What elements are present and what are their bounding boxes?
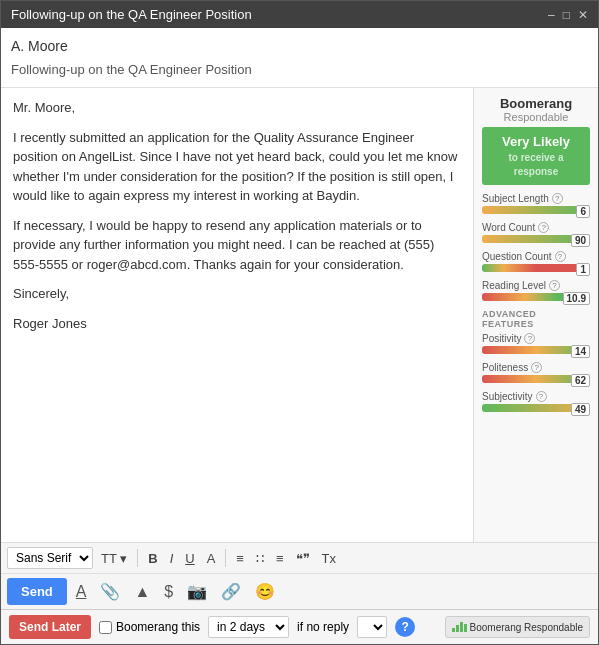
metric-politeness: Politeness ? 62: [482, 362, 590, 383]
boomerang-check: Boomerang this: [99, 620, 200, 634]
window-title: Following-up on the QA Engineer Position: [11, 7, 252, 22]
if-no-reply-label: if no reply: [297, 620, 349, 634]
email-body[interactable]: Mr. Moore, I recently submitted an appli…: [1, 88, 473, 542]
politeness-text: Politeness: [482, 362, 528, 373]
quote-button[interactable]: ❝❞: [292, 549, 314, 568]
minimize-button[interactable]: –: [548, 8, 555, 22]
emoji-button[interactable]: 😊: [250, 580, 280, 603]
word-count-value: 90: [571, 234, 590, 247]
likelihood-badge: Very Likely to receive a response: [482, 127, 590, 185]
subjectivity-help[interactable]: ?: [536, 391, 547, 402]
positivity-value: 14: [571, 345, 590, 358]
metric-label-question-count: Question Count ?: [482, 251, 590, 262]
subjectivity-bar-wrapper: 49: [482, 404, 590, 412]
subject-length-help[interactable]: ?: [552, 193, 563, 204]
bold-button[interactable]: B: [144, 549, 161, 568]
boomerang-label: Boomerang this: [116, 620, 200, 634]
reading-level-help[interactable]: ?: [549, 280, 560, 291]
italic-button[interactable]: I: [166, 549, 178, 568]
text-color-button[interactable]: A: [203, 549, 220, 568]
subject-length-bar-wrapper: 6: [482, 206, 590, 214]
clear-format-button[interactable]: Tx: [318, 549, 340, 568]
bar-3: [460, 622, 463, 632]
body-paragraph-4: Sincerely,: [13, 284, 461, 304]
title-bar: Following-up on the QA Engineer Position…: [1, 1, 598, 28]
to-field[interactable]: A. Moore: [11, 34, 588, 58]
body-paragraph-5: Roger Jones: [13, 314, 461, 334]
boomerang-respondable-button[interactable]: Boomerang Respondable: [445, 616, 590, 638]
reading-level-bar-wrapper: 10.9: [482, 293, 590, 301]
bar-1: [452, 628, 455, 632]
toolbar-row1: Sans Serif TT ▾ B I U A ≡ ∷ ≡ ❝❞ Tx: [1, 543, 598, 574]
help-button[interactable]: ?: [395, 617, 415, 637]
bar-2: [456, 625, 459, 632]
maximize-button[interactable]: □: [563, 8, 570, 22]
font-selector[interactable]: Sans Serif: [7, 547, 93, 569]
metric-subject-length: Subject Length ? 6: [482, 193, 590, 214]
drive-button[interactable]: ▲: [129, 581, 155, 603]
question-count-value: 1: [576, 263, 590, 276]
toolbar-area: Sans Serif TT ▾ B I U A ≡ ∷ ≡ ❝❞ Tx Send…: [1, 542, 598, 609]
separator-1: [137, 549, 138, 567]
font-size-button[interactable]: TT ▾: [97, 549, 131, 568]
brand-sub: Respondable: [482, 111, 590, 123]
metric-label-politeness: Politeness ?: [482, 362, 590, 373]
positivity-text: Positivity: [482, 333, 521, 344]
metric-reading-level: Reading Level ? 10.9: [482, 280, 590, 301]
question-count-text: Question Count: [482, 251, 552, 262]
politeness-help[interactable]: ?: [531, 362, 542, 373]
politeness-bar-wrapper: 62: [482, 375, 590, 383]
attachment-button[interactable]: 📎: [95, 580, 125, 603]
link-button[interactable]: 🔗: [216, 580, 246, 603]
politeness-value: 62: [571, 374, 590, 387]
mini-chart: [452, 620, 467, 632]
body-paragraph-3: If necessary, I would be happy to resend…: [13, 216, 461, 275]
advanced-section-title: ADVANCED FEATURES: [482, 309, 590, 329]
window-controls: – □ ✕: [548, 8, 588, 22]
likelihood-main: Very Likely: [486, 133, 586, 151]
metric-label-word-count: Word Count ?: [482, 222, 590, 233]
bar-4: [464, 624, 467, 632]
list-ul-button[interactable]: ≡: [272, 549, 288, 568]
word-count-text: Word Count: [482, 222, 535, 233]
bottom-bar: Send Later Boomerang this in 2 days in 1…: [1, 609, 598, 644]
question-count-bar-wrapper: 1: [482, 264, 590, 272]
metric-question-count: Question Count ? 1: [482, 251, 590, 272]
subjectivity-value: 49: [571, 403, 590, 416]
metric-positivity: Positivity ? 14: [482, 333, 590, 354]
metric-label-reading-level: Reading Level ?: [482, 280, 590, 291]
chart-mini-icon: [452, 620, 467, 634]
separator-2: [225, 549, 226, 567]
question-count-help[interactable]: ?: [555, 251, 566, 262]
send-button[interactable]: Send: [7, 578, 67, 605]
likelihood-sub: to receive a response: [486, 151, 586, 179]
metric-subjectivity: Subjectivity ? 49: [482, 391, 590, 412]
positivity-help[interactable]: ?: [524, 333, 535, 344]
reading-level-value: 10.9: [563, 292, 590, 305]
days-select[interactable]: in 2 days in 1 day in 3 days in 1 week: [208, 616, 289, 638]
metric-word-count: Word Count ? 90: [482, 222, 590, 243]
brand-name: Boomerang: [482, 96, 590, 111]
toolbar-row2: Send A 📎 ▲ $ 📷 🔗 😊: [1, 574, 598, 609]
money-button[interactable]: $: [159, 581, 178, 603]
send-later-button[interactable]: Send Later: [9, 615, 91, 639]
subject-length-value: 6: [576, 205, 590, 218]
photo-button[interactable]: 📷: [182, 580, 212, 603]
close-button[interactable]: ✕: [578, 8, 588, 22]
metric-label-subjectivity: Subjectivity ?: [482, 391, 590, 402]
sidebar-header: Boomerang Respondable: [482, 96, 590, 123]
list-ol-button[interactable]: ∷: [252, 549, 268, 568]
subject-length-bar: [482, 206, 590, 214]
underline-button[interactable]: U: [181, 549, 198, 568]
align-button[interactable]: ≡: [232, 549, 248, 568]
text-underline-icon-btn[interactable]: A: [71, 581, 92, 603]
email-area: A. Moore Following-up on the QA Engineer…: [1, 28, 598, 609]
boomerang-checkbox[interactable]: [99, 621, 112, 634]
subjectivity-text: Subjectivity: [482, 391, 533, 402]
positivity-bar-wrapper: 14: [482, 346, 590, 354]
reply-condition-select[interactable]: [357, 616, 387, 638]
subject-field[interactable]: Following-up on the QA Engineer Position: [11, 58, 588, 81]
word-count-help[interactable]: ?: [538, 222, 549, 233]
metric-label-subject-length: Subject Length ?: [482, 193, 590, 204]
body-paragraph-2: I recently submitted an application for …: [13, 128, 461, 206]
